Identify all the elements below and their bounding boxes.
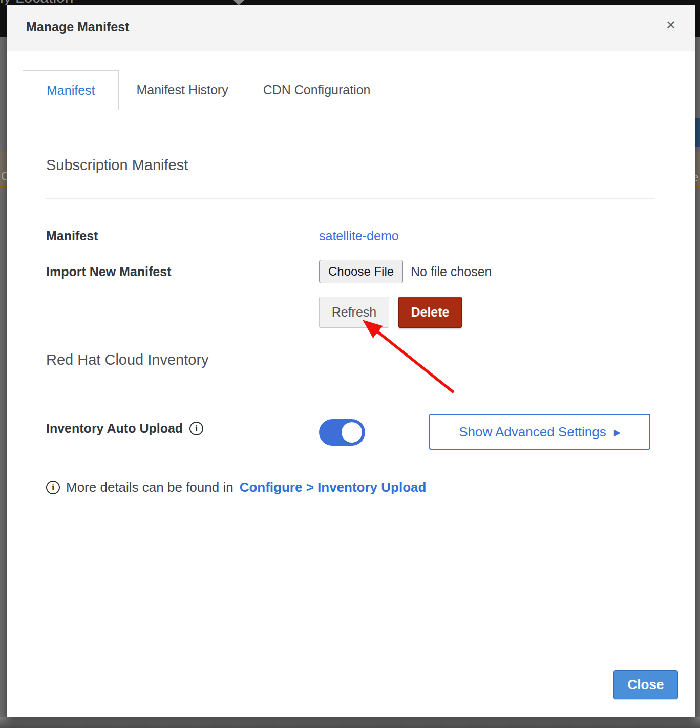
backdrop-bottom — [0, 717, 700, 728]
manifest-label: Manifest — [46, 228, 98, 243]
show-advanced-settings-label: Show Advanced Settings — [459, 424, 606, 440]
manifest-file-input: Choose File No file chosen — [319, 259, 492, 284]
delete-button[interactable]: Delete — [398, 297, 462, 328]
close-button[interactable]: Close — [613, 670, 678, 699]
page-topbar: ly Location — [0, 0, 700, 5]
divider — [46, 198, 655, 199]
caret-right-icon: ▶ — [614, 428, 621, 437]
dropdown-caret-icon — [233, 0, 244, 5]
file-chosen-status: No file chosen — [411, 264, 492, 279]
info-icon[interactable]: i — [189, 422, 203, 435]
backdrop-right-navbar — [695, 5, 700, 37]
manifest-name-link[interactable]: satellite-demo — [319, 228, 399, 243]
backdrop-right-banner-fragment: e — [695, 151, 700, 188]
choose-file-button[interactable]: Choose File — [319, 260, 403, 283]
dialog-title: Manage Manifest — [26, 19, 129, 34]
tab-manifest[interactable]: Manifest — [23, 70, 119, 110]
configure-inventory-upload-link[interactable]: Configure > Inventory Upload — [240, 480, 427, 495]
inventory-auto-upload-row: Inventory Auto Upload i — [46, 421, 203, 436]
backdrop-left-banner-fragment: C — [0, 151, 7, 188]
tab-cdn-configuration[interactable]: CDN Configuration — [246, 70, 388, 109]
backdrop-left-navbar — [0, 5, 7, 37]
cloud-inventory-heading: Red Hat Cloud Inventory — [46, 351, 209, 368]
dialog-header: Manage Manifest ✕ — [7, 5, 695, 51]
location-text-fragment: ly Location — [0, 0, 73, 5]
divider — [46, 394, 655, 394]
manage-manifest-dialog: Manage Manifest ✕ Manifest Manifest Hist… — [7, 5, 695, 717]
import-new-manifest-label: Import New Manifest — [46, 264, 171, 279]
inventory-auto-upload-label: Inventory Auto Upload — [46, 421, 183, 436]
backdrop-right-button-fragment — [695, 118, 700, 147]
show-advanced-settings-button[interactable]: Show Advanced Settings ▶ — [429, 414, 650, 450]
banner-letter-fragment: e — [695, 170, 698, 184]
details-row: i More details can be found in Configure… — [46, 480, 426, 495]
refresh-button[interactable]: Refresh — [319, 297, 389, 328]
info-icon: i — [46, 481, 60, 494]
subscription-manifest-heading: Subscription Manifest — [46, 157, 188, 174]
tab-manifest-history[interactable]: Manifest History — [119, 70, 245, 109]
banner-letter-fragment: C — [1, 169, 7, 183]
close-icon[interactable]: ✕ — [666, 19, 676, 31]
inventory-auto-upload-toggle[interactable] — [319, 419, 365, 446]
tab-bar: Manifest Manifest History CDN Configurat… — [23, 70, 677, 110]
toggle-knob — [342, 422, 362, 443]
details-text: More details can be found in — [66, 480, 234, 495]
